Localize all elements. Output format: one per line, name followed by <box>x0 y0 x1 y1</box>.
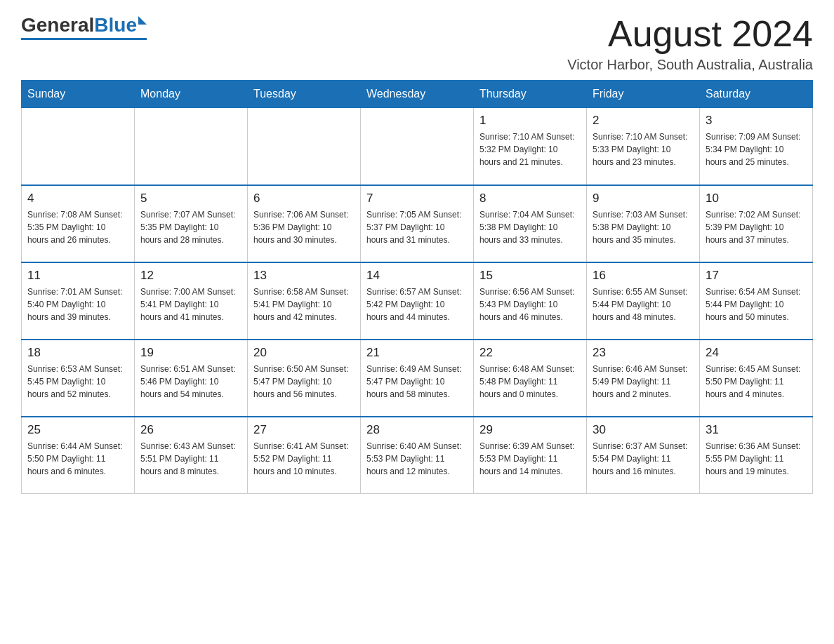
calendar-cell: 12Sunrise: 7:00 AM Sunset: 5:41 PM Dayli… <box>135 262 248 340</box>
day-number: 3 <box>706 114 807 128</box>
day-info: Sunrise: 6:51 AM Sunset: 5:46 PM Dayligh… <box>140 363 241 401</box>
day-number: 5 <box>140 192 241 206</box>
logo-underline <box>21 38 147 40</box>
day-number: 11 <box>27 269 128 283</box>
page-header: General Blue August 2024 Victor Harbor, … <box>21 14 813 73</box>
calendar-cell <box>135 108 248 185</box>
calendar-cell: 23Sunrise: 6:46 AM Sunset: 5:49 PM Dayli… <box>587 340 700 417</box>
calendar-cell <box>22 108 135 185</box>
calendar-cell: 31Sunrise: 6:36 AM Sunset: 5:55 PM Dayli… <box>700 417 813 494</box>
day-info: Sunrise: 7:10 AM Sunset: 5:33 PM Dayligh… <box>593 130 694 168</box>
day-info: Sunrise: 6:41 AM Sunset: 5:52 PM Dayligh… <box>253 440 355 478</box>
logo-blue-text: Blue <box>94 14 147 36</box>
day-number: 22 <box>479 346 581 360</box>
day-number: 16 <box>593 269 694 283</box>
calendar-week-row-4: 18Sunrise: 6:53 AM Sunset: 5:45 PM Dayli… <box>22 340 813 417</box>
day-number: 17 <box>706 269 807 283</box>
calendar-cell: 20Sunrise: 6:50 AM Sunset: 5:47 PM Dayli… <box>248 340 361 417</box>
title-section: August 2024 Victor Harbor, South Austral… <box>567 14 813 73</box>
day-number: 13 <box>253 269 355 283</box>
calendar-week-row-3: 11Sunrise: 7:01 AM Sunset: 5:40 PM Dayli… <box>22 262 813 340</box>
day-number: 26 <box>140 423 241 437</box>
day-info: Sunrise: 6:57 AM Sunset: 5:42 PM Dayligh… <box>366 286 468 323</box>
calendar-cell: 18Sunrise: 6:53 AM Sunset: 5:45 PM Dayli… <box>22 340 135 417</box>
calendar-header-row: SundayMondayTuesdayWednesdayThursdayFrid… <box>22 81 813 108</box>
day-info: Sunrise: 6:44 AM Sunset: 5:50 PM Dayligh… <box>27 440 128 478</box>
logo-triangle-icon <box>138 16 147 25</box>
day-number: 1 <box>479 114 581 128</box>
calendar-cell: 29Sunrise: 6:39 AM Sunset: 5:53 PM Dayli… <box>474 417 587 494</box>
day-number: 30 <box>593 423 694 437</box>
day-number: 21 <box>366 346 468 360</box>
logo-general-text: General <box>21 14 94 36</box>
day-info: Sunrise: 6:40 AM Sunset: 5:53 PM Dayligh… <box>366 440 468 478</box>
day-number: 29 <box>479 423 581 437</box>
day-number: 18 <box>27 346 128 360</box>
day-number: 31 <box>706 423 807 437</box>
calendar-cell: 4Sunrise: 7:08 AM Sunset: 5:35 PM Daylig… <box>22 185 135 262</box>
day-info: Sunrise: 6:54 AM Sunset: 5:44 PM Dayligh… <box>706 286 807 323</box>
calendar-cell: 25Sunrise: 6:44 AM Sunset: 5:50 PM Dayli… <box>22 417 135 494</box>
day-info: Sunrise: 6:45 AM Sunset: 5:50 PM Dayligh… <box>706 363 807 401</box>
calendar-week-row-5: 25Sunrise: 6:44 AM Sunset: 5:50 PM Dayli… <box>22 417 813 494</box>
calendar-cell: 30Sunrise: 6:37 AM Sunset: 5:54 PM Dayli… <box>587 417 700 494</box>
calendar-header-tuesday: Tuesday <box>248 81 361 108</box>
day-info: Sunrise: 7:07 AM Sunset: 5:35 PM Dayligh… <box>140 208 241 246</box>
calendar-cell: 21Sunrise: 6:49 AM Sunset: 5:47 PM Dayli… <box>361 340 474 417</box>
day-number: 9 <box>593 192 694 206</box>
day-number: 23 <box>593 346 694 360</box>
calendar-cell: 1Sunrise: 7:10 AM Sunset: 5:32 PM Daylig… <box>474 108 587 185</box>
calendar-cell: 11Sunrise: 7:01 AM Sunset: 5:40 PM Dayli… <box>22 262 135 340</box>
day-number: 2 <box>593 114 694 128</box>
day-number: 27 <box>253 423 355 437</box>
day-info: Sunrise: 7:09 AM Sunset: 5:34 PM Dayligh… <box>706 130 807 168</box>
location-subtitle: Victor Harbor, South Australia, Australi… <box>567 57 813 73</box>
day-info: Sunrise: 7:08 AM Sunset: 5:35 PM Dayligh… <box>27 208 128 246</box>
calendar-cell: 17Sunrise: 6:54 AM Sunset: 5:44 PM Dayli… <box>700 262 813 340</box>
calendar-cell: 5Sunrise: 7:07 AM Sunset: 5:35 PM Daylig… <box>135 185 248 262</box>
day-number: 6 <box>253 192 355 206</box>
day-info: Sunrise: 6:55 AM Sunset: 5:44 PM Dayligh… <box>593 286 694 323</box>
day-number: 8 <box>479 192 581 206</box>
day-info: Sunrise: 7:03 AM Sunset: 5:38 PM Dayligh… <box>593 208 694 246</box>
day-info: Sunrise: 7:00 AM Sunset: 5:41 PM Dayligh… <box>140 286 241 323</box>
day-info: Sunrise: 6:49 AM Sunset: 5:47 PM Dayligh… <box>366 363 468 401</box>
calendar-header-sunday: Sunday <box>22 81 135 108</box>
calendar-cell: 7Sunrise: 7:05 AM Sunset: 5:37 PM Daylig… <box>361 185 474 262</box>
calendar-header-thursday: Thursday <box>474 81 587 108</box>
calendar-cell: 22Sunrise: 6:48 AM Sunset: 5:48 PM Dayli… <box>474 340 587 417</box>
day-info: Sunrise: 6:39 AM Sunset: 5:53 PM Dayligh… <box>479 440 581 478</box>
calendar-cell: 27Sunrise: 6:41 AM Sunset: 5:52 PM Dayli… <box>248 417 361 494</box>
calendar-week-row-2: 4Sunrise: 7:08 AM Sunset: 5:35 PM Daylig… <box>22 185 813 262</box>
calendar-cell <box>248 108 361 185</box>
calendar-table: SundayMondayTuesdayWednesdayThursdayFrid… <box>21 80 813 494</box>
day-info: Sunrise: 6:58 AM Sunset: 5:41 PM Dayligh… <box>253 286 355 323</box>
calendar-week-row-1: 1Sunrise: 7:10 AM Sunset: 5:32 PM Daylig… <box>22 108 813 185</box>
day-number: 7 <box>366 192 468 206</box>
day-info: Sunrise: 6:50 AM Sunset: 5:47 PM Dayligh… <box>253 363 355 401</box>
day-number: 15 <box>479 269 581 283</box>
day-number: 20 <box>253 346 355 360</box>
calendar-cell: 24Sunrise: 6:45 AM Sunset: 5:50 PM Dayli… <box>700 340 813 417</box>
calendar-cell <box>361 108 474 185</box>
day-number: 25 <box>27 423 128 437</box>
day-info: Sunrise: 6:48 AM Sunset: 5:48 PM Dayligh… <box>479 363 581 401</box>
day-number: 4 <box>27 192 128 206</box>
calendar-cell: 28Sunrise: 6:40 AM Sunset: 5:53 PM Dayli… <box>361 417 474 494</box>
day-info: Sunrise: 7:04 AM Sunset: 5:38 PM Dayligh… <box>479 208 581 246</box>
calendar-cell: 15Sunrise: 6:56 AM Sunset: 5:43 PM Dayli… <box>474 262 587 340</box>
day-number: 10 <box>706 192 807 206</box>
calendar-cell: 26Sunrise: 6:43 AM Sunset: 5:51 PM Dayli… <box>135 417 248 494</box>
day-number: 14 <box>366 269 468 283</box>
day-info: Sunrise: 7:01 AM Sunset: 5:40 PM Dayligh… <box>27 286 128 323</box>
calendar-cell: 19Sunrise: 6:51 AM Sunset: 5:46 PM Dayli… <box>135 340 248 417</box>
calendar-header-wednesday: Wednesday <box>361 81 474 108</box>
day-info: Sunrise: 7:02 AM Sunset: 5:39 PM Dayligh… <box>706 208 807 246</box>
calendar-cell: 9Sunrise: 7:03 AM Sunset: 5:38 PM Daylig… <box>587 185 700 262</box>
calendar-cell: 14Sunrise: 6:57 AM Sunset: 5:42 PM Dayli… <box>361 262 474 340</box>
calendar-cell: 13Sunrise: 6:58 AM Sunset: 5:41 PM Dayli… <box>248 262 361 340</box>
calendar-cell: 6Sunrise: 7:06 AM Sunset: 5:36 PM Daylig… <box>248 185 361 262</box>
calendar-header-friday: Friday <box>587 81 700 108</box>
day-number: 28 <box>366 423 468 437</box>
calendar-cell: 3Sunrise: 7:09 AM Sunset: 5:34 PM Daylig… <box>700 108 813 185</box>
